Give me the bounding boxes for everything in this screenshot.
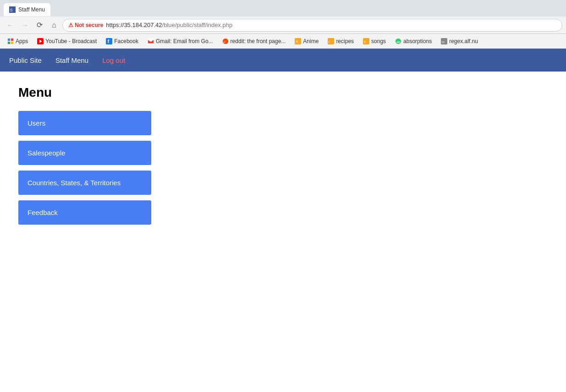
page-content: Menu Users Salespeople Countries, States… bbox=[0, 72, 566, 244]
bookmark-reddit[interactable]: r/ reddit: the front page... bbox=[219, 37, 290, 45]
bookmarks-bar: Apps YouTube - Broadcast f Facebook bbox=[0, 34, 566, 49]
forward-button[interactable]: → bbox=[18, 19, 31, 32]
svg-text:ab: ab bbox=[396, 39, 401, 44]
browser-chrome: S Staff Menu ← → ⟳ ⌂ ⚠ Not secure https:… bbox=[0, 0, 566, 49]
url-domain: https://35.184.207.42 bbox=[106, 22, 162, 28]
address-bar[interactable]: ⚠ Not secure https://35.184.207.42/blue/… bbox=[62, 19, 562, 32]
bookmark-anime[interactable]: A Anime bbox=[291, 37, 322, 45]
logout-link[interactable]: Log out bbox=[102, 50, 125, 71]
svg-text:f: f bbox=[108, 39, 110, 44]
bookmark-reddit-label: reddit: the front page... bbox=[231, 38, 286, 44]
svg-rect-3 bbox=[11, 38, 13, 40]
back-button[interactable]: ← bbox=[4, 19, 16, 32]
active-tab[interactable]: S Staff Menu bbox=[4, 3, 50, 16]
bookmark-apps[interactable]: Apps bbox=[4, 37, 32, 45]
public-site-link[interactable]: Public Site bbox=[9, 50, 42, 71]
bookmark-youtube[interactable]: YouTube - Broadcast bbox=[33, 37, 100, 45]
feedback-button[interactable]: Feedback bbox=[18, 200, 151, 225]
bookmark-gmail[interactable]: Gmail: Email from Go... bbox=[144, 37, 217, 45]
salespeople-button[interactable]: Salespeople bbox=[18, 141, 151, 165]
tab-label: Staff Menu bbox=[18, 6, 45, 13]
home-button[interactable]: ⌂ bbox=[48, 19, 60, 32]
page-title: Menu bbox=[18, 85, 548, 100]
reload-button[interactable]: ⟳ bbox=[33, 19, 46, 32]
url-display: https://35.184.207.42/blue/public/staff/… bbox=[106, 22, 232, 28]
bookmark-songs-label: songs bbox=[371, 38, 386, 44]
svg-rect-4 bbox=[8, 41, 10, 44]
bookmark-regex-label: regex.alf.nu bbox=[449, 38, 478, 44]
bookmark-facebook-label: Facebook bbox=[114, 38, 138, 44]
security-indicator: ⚠ Not secure bbox=[68, 22, 103, 28]
bookmark-apps-label: Apps bbox=[16, 38, 28, 44]
staff-menu-link[interactable]: Staff Menu bbox=[55, 50, 88, 71]
svg-text:r: r bbox=[329, 39, 330, 44]
bookmark-youtube-label: YouTube - Broadcast bbox=[45, 38, 97, 44]
bookmark-recipes[interactable]: r recipes bbox=[324, 37, 357, 45]
tab-bar: S Staff Menu bbox=[0, 0, 566, 17]
bookmark-songs[interactable]: s songs bbox=[359, 37, 390, 45]
svg-text:rx: rx bbox=[442, 39, 445, 44]
bookmark-gmail-label: Gmail: Email from Go... bbox=[156, 38, 213, 44]
bookmark-recipes-label: recipes bbox=[336, 38, 354, 44]
url-path: /blue/public/staff/index.php bbox=[162, 22, 233, 28]
svg-text:A: A bbox=[296, 39, 298, 44]
nav-bar: ← → ⟳ ⌂ ⚠ Not secure https://35.184.207.… bbox=[0, 17, 566, 34]
bookmark-absorptions-label: absorptions bbox=[403, 38, 432, 44]
svg-text:s: s bbox=[364, 39, 366, 44]
bookmark-absorptions[interactable]: ab absorptions bbox=[391, 37, 435, 45]
svg-rect-2 bbox=[8, 38, 10, 40]
svg-rect-5 bbox=[11, 41, 13, 44]
users-button[interactable]: Users bbox=[18, 111, 151, 135]
countries-button[interactable]: Countries, States, & Territories bbox=[18, 171, 151, 195]
site-nav: Public Site Staff Menu Log out bbox=[0, 49, 566, 72]
bookmark-regex[interactable]: rx regex.alf.nu bbox=[437, 37, 482, 45]
bookmark-facebook[interactable]: f Facebook bbox=[102, 37, 142, 45]
svg-text:r/: r/ bbox=[223, 39, 226, 44]
svg-text:S: S bbox=[10, 8, 13, 12]
bookmark-anime-label: Anime bbox=[303, 38, 319, 44]
